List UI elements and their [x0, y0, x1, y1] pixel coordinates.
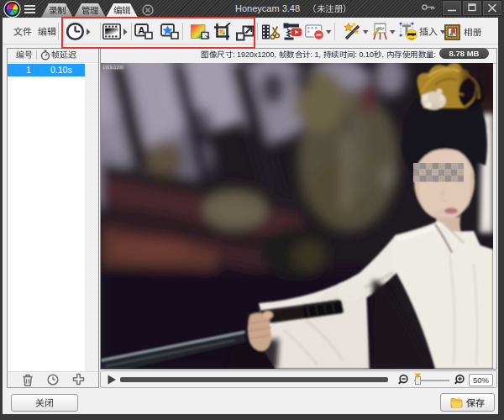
svg-text:1920x1200: 1920x1200 [103, 66, 123, 70]
